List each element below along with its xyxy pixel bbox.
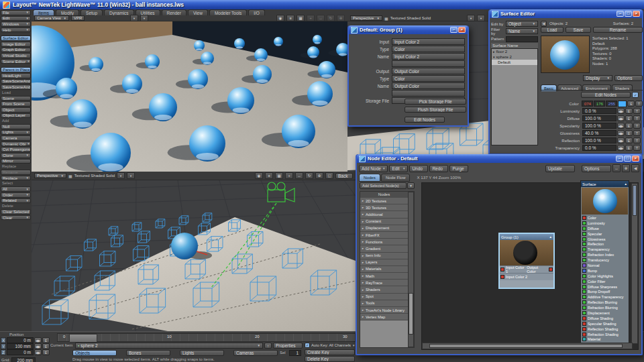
maximize-viewport-icon[interactable]: ◱ xyxy=(325,172,333,179)
node-category-item[interactable]: ► FiberFX xyxy=(360,232,408,239)
node-category-item[interactable]: ► Shaders xyxy=(360,286,408,293)
filter-by-dropdown[interactable]: Name▼ xyxy=(506,28,538,34)
edit-nodes-button[interactable]: Edit Nodes xyxy=(405,117,445,123)
canvas-hscrollbar[interactable] xyxy=(422,343,633,349)
sidebar-item[interactable]: Help ▼ xyxy=(1,27,31,33)
delete-key-button[interactable]: Delete Key xyxy=(305,356,355,362)
envelope-button[interactable]: E xyxy=(625,108,633,114)
scalar-value-field[interactable]: 0.0 % xyxy=(582,108,616,114)
chevron-down-icon[interactable]: ▼ xyxy=(407,182,415,189)
collapse-node-icon[interactable]: ▲ xyxy=(549,235,552,239)
toolbar-button[interactable]: Options xyxy=(582,165,611,172)
sidebar-item[interactable]: Parent in Place xyxy=(1,67,31,72)
dialog-field[interactable] xyxy=(392,90,465,97)
toolbar-button[interactable]: Redo xyxy=(429,165,448,172)
node-category-item[interactable]: ► RayTrace xyxy=(360,280,408,286)
zoom-icon[interactable]: ⊕ xyxy=(622,164,630,172)
sidebar-item[interactable]: Object xyxy=(1,107,31,113)
group-node-header[interactable]: Group (1) ▲ xyxy=(500,234,553,240)
surface-node-input-port[interactable]: Refraction Blurring xyxy=(581,305,629,310)
sidebar-item[interactable]: Delete xyxy=(1,204,31,208)
texture-button[interactable]: T xyxy=(633,115,641,121)
sidebar-item[interactable] xyxy=(1,64,31,66)
surface-node-input-port[interactable]: Displacement xyxy=(581,310,629,316)
view-type-dropdown[interactable]: Perspective▼ xyxy=(34,173,66,178)
item-type-button[interactable]: Cameras xyxy=(233,350,278,356)
minimize-button[interactable]: – xyxy=(616,156,623,162)
snapshot-icon[interactable]: ◉ xyxy=(255,172,263,179)
surface-list-item[interactable]: ▸ floor 2 xyxy=(492,49,537,54)
chevron-down-icon[interactable]: ▼ xyxy=(477,15,485,21)
sidebar-item[interactable]: Scene xyxy=(1,96,31,101)
sidebar-item[interactable]: Mirror xyxy=(1,159,31,164)
toolbar-button[interactable]: Update xyxy=(545,165,575,172)
dialog-field[interactable]: Output Color xyxy=(392,68,465,74)
grid-icon[interactable]: ▦ xyxy=(297,15,305,21)
close-button[interactable]: × xyxy=(633,11,640,17)
snapshot-icon[interactable]: ◉ xyxy=(276,15,284,21)
flush-storage-button[interactable]: Flush Storage File xyxy=(405,107,466,113)
sidebar-item[interactable]: Cvt Powergons xyxy=(1,147,31,152)
surface-list-item[interactable]: ▾ sphere 2 xyxy=(492,54,537,60)
move-icon[interactable]: ↔ xyxy=(317,15,325,21)
envelope-button[interactable]: E xyxy=(42,337,50,343)
sidebar-item[interactable]: Lights ▼ xyxy=(1,130,31,135)
color-r-value[interactable]: 074 xyxy=(582,101,593,107)
surface-node-input-port[interactable]: Luminosity xyxy=(581,221,629,226)
dialog-field[interactable]: Color xyxy=(392,46,465,52)
scalar-value-field[interactable]: 40.0 % xyxy=(582,130,616,136)
render-mode-label[interactable]: Textured Shaded Solid xyxy=(74,174,115,178)
sidebar-item[interactable]: Null xyxy=(1,124,31,129)
pattern-input[interactable] xyxy=(506,36,538,42)
node-category-item[interactable]: ► Gradient xyxy=(360,245,408,252)
pan-icon[interactable]: + xyxy=(307,15,315,21)
surface-node-input-port[interactable]: Glossiness xyxy=(581,237,629,242)
node-category-item[interactable]: ► Tools xyxy=(360,300,408,307)
envelope-button[interactable]: E xyxy=(625,130,633,136)
window-titlebar[interactable]: Layout™ NewTek LightWave™ 11.0 (Win32) -… xyxy=(0,0,644,9)
surface-node-input-port[interactable]: Reflection xyxy=(581,241,629,247)
collapse-panel-icon[interactable]: ◀ xyxy=(631,164,639,172)
surface-node-input-port[interactable]: Diffuse Sharpness xyxy=(581,284,629,290)
node-category-item[interactable]: ► Spot xyxy=(360,294,408,300)
sidebar-item[interactable]: Graph Editor xyxy=(1,48,31,53)
sidebar-item[interactable]: Order ▼ xyxy=(1,192,31,198)
chevron-down-icon[interactable]: ▼ xyxy=(127,172,135,179)
sidebar-item[interactable]: Load xyxy=(1,90,31,95)
rotate-icon[interactable]: ↻ xyxy=(327,15,335,21)
node-editor-tab[interactable]: Node Flow xyxy=(381,174,411,182)
collapse-panel-icon[interactable]: ◀ xyxy=(541,21,547,27)
dialog-field[interactable]: Output Color xyxy=(392,82,465,89)
viewport-camera-vpr[interactable] xyxy=(32,21,347,173)
envelope-button[interactable]: E xyxy=(42,349,50,355)
timeline-slider-handle[interactable] xyxy=(69,334,97,343)
surface-node-input-port[interactable]: Translucency xyxy=(581,257,629,263)
tree-arrow-icon[interactable]: ▾ xyxy=(493,55,495,59)
maximize-button[interactable]: □ xyxy=(624,156,631,162)
surface-node-input-port[interactable]: Reflection Blurring xyxy=(581,300,629,305)
minimize-button[interactable]: – xyxy=(616,11,624,17)
maximize-button[interactable]: □ xyxy=(625,11,632,17)
add-selected-nodes-button[interactable]: Add Selected Node(s) xyxy=(360,182,407,189)
stepper-icon[interactable]: ◀▶ xyxy=(617,115,625,121)
sidebar-item[interactable]: HeadLight xyxy=(1,73,31,78)
surface-node-input-port[interactable]: Material xyxy=(581,337,629,342)
envelope-button[interactable]: E xyxy=(625,123,633,129)
menu-tab[interactable]: Setup xyxy=(80,9,103,15)
sidebar-item[interactable]: Object Layer xyxy=(1,113,31,119)
menu-tab[interactable]: Items xyxy=(33,9,54,15)
envelope-button[interactable]: E xyxy=(625,137,633,143)
color-b-value[interactable]: 255 xyxy=(606,101,617,107)
envelope-button[interactable]: E xyxy=(625,115,633,121)
dialog-field[interactable]: Input Color 2 xyxy=(392,38,465,45)
axis-value-field[interactable]: 0 m xyxy=(7,349,34,355)
node-canvas[interactable]: Group (1) ▲ Input Color 1 Output Color I… xyxy=(421,182,639,350)
toolbar-button[interactable]: Add Node ▼ xyxy=(359,165,388,172)
envelope-button[interactable]: E xyxy=(625,145,633,151)
sidebar-item[interactable]: SaveSceneAndAl xyxy=(1,84,31,90)
texture-button[interactable]: T xyxy=(633,145,641,151)
stepper-icon[interactable]: ◀▶ xyxy=(34,349,42,355)
grid-icon[interactable]: ▦ xyxy=(275,172,283,179)
node-category-item[interactable]: ► Vertex Map xyxy=(360,314,408,320)
stepper-icon[interactable]: ◀▶ xyxy=(617,145,625,151)
